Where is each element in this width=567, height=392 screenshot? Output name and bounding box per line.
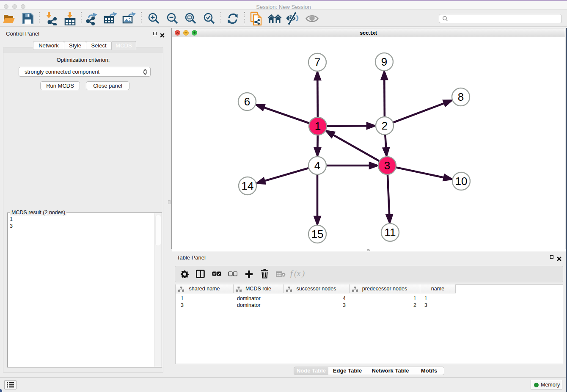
svg-text:6: 6: [244, 95, 250, 108]
svg-text:4: 4: [314, 159, 320, 172]
svg-text:10: 10: [455, 175, 468, 188]
svg-text:9: 9: [381, 55, 387, 68]
svg-text:2: 2: [382, 119, 388, 132]
svg-text:3: 3: [384, 159, 390, 172]
svg-text:14: 14: [242, 179, 254, 192]
svg-text:1: 1: [315, 120, 321, 133]
svg-text:11: 11: [385, 226, 396, 239]
svg-text:7: 7: [314, 56, 320, 69]
svg-text:15: 15: [311, 228, 324, 240]
svg-text:8: 8: [458, 91, 464, 103]
